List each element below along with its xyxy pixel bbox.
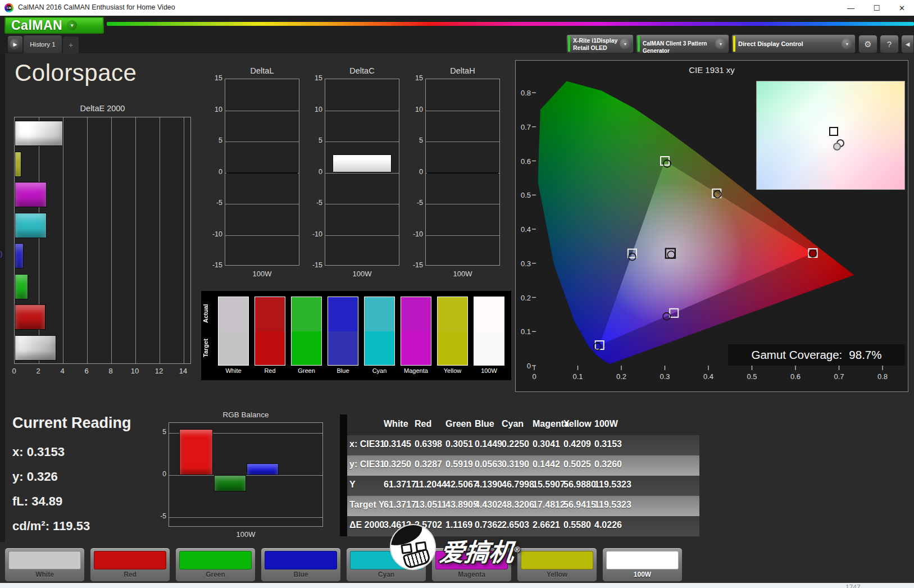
pattern-label: Magenta: [432, 571, 511, 578]
pattern-button-white[interactable]: White: [4, 548, 85, 582]
pattern-generator-dropdown[interactable]: CalMAN Client 3 Pattern Generator ▼: [636, 34, 729, 53]
rgb-bar-red: [179, 429, 213, 476]
deltae-x-axis: 02468101214: [14, 367, 191, 378]
axis-tick-label: -5: [152, 512, 166, 520]
actual-target-swatch-panel: Actual Target WhiteRedGreenBlueCyanMagen…: [201, 291, 511, 380]
deltae-bar-green: [15, 274, 28, 299]
pattern-buttons: WhiteRedGreenBlueCyanMagentaYellow100W: [0, 542, 697, 583]
display-status-bar: [733, 36, 735, 52]
page-bottom-strip: 1747: [0, 583, 914, 588]
chevron-down-icon: ▼: [67, 20, 77, 30]
gridline: [225, 204, 299, 204]
pattern-button-green[interactable]: Green: [175, 548, 256, 582]
deltae-bar-red: [15, 304, 46, 330]
collapse-panel-button[interactable]: ◀: [901, 35, 914, 53]
rgb-balance-plot-area: [169, 422, 323, 527]
table-cell: 15.5907: [533, 480, 565, 490]
maximize-button[interactable]: ☐: [864, 0, 889, 16]
pattern-label: 100W: [603, 571, 682, 578]
table-cell: 0.3260: [594, 459, 622, 470]
axis-tick-label: 0.3: [521, 259, 531, 268]
swatch-label: Yellow: [437, 367, 468, 374]
minimize-button[interactable]: —: [838, 0, 863, 16]
calman-logo-menu[interactable]: CalMAN ▼: [4, 17, 104, 34]
deltae-bar-blue: [15, 243, 24, 268]
deltah-plot-area: [425, 79, 500, 266]
table-cell: 0.3250: [384, 459, 411, 470]
add-tab-button[interactable]: +: [63, 37, 79, 53]
settings-button[interactable]: ⚙: [858, 35, 877, 53]
axis-tick-label: 5: [408, 136, 423, 144]
watermark-characters: 爱搞机: [438, 539, 515, 566]
display-control-label: Direct Display Control: [738, 40, 840, 48]
deltal-plot-area: [225, 79, 299, 266]
help-button[interactable]: ?: [880, 35, 899, 53]
axis-tick-label: 0.2: [521, 294, 531, 302]
pattern-label: Blue: [261, 571, 340, 578]
axis-tick-label: 0.8: [877, 372, 888, 381]
swatch-label: Blue: [328, 367, 358, 374]
axis-tick-label: 10: [208, 106, 222, 113]
swatch-column-magenta: Magenta: [401, 291, 431, 380]
axis-tick-label: 4: [57, 367, 68, 375]
swatch-actual: [291, 297, 322, 331]
axis-tick-label: 10: [408, 106, 423, 113]
pattern-label: Yellow: [517, 571, 597, 578]
title-bar: CM CalMAN 2016 CalMAN Enthusiast for Hom…: [0, 0, 914, 16]
table-row: x: CIE310.31450.63980.30510.14490.22500.…: [340, 435, 699, 455]
table-cell: 0.3287: [415, 459, 442, 470]
axis-tick-label: 0: [208, 168, 222, 176]
gridline: [325, 111, 399, 111]
swatch-column-white: White: [218, 291, 249, 380]
display-control-dropdown[interactable]: Direct Display Control ▼: [731, 34, 856, 53]
table-cell: 119.5323: [594, 500, 631, 510]
swatch-actual: [254, 297, 285, 331]
swatch-label: Green: [291, 367, 322, 374]
axis-tick-label: 8: [105, 367, 116, 375]
axis-tick-label: 0.7: [834, 372, 844, 381]
table-cell: 2.6503: [502, 520, 529, 530]
gridline: [135, 117, 136, 363]
gridline: [426, 204, 499, 204]
gear-icon: ⚙: [864, 39, 871, 49]
chart-title: CIE 1931 xy: [516, 65, 908, 75]
pattern-button-100w[interactable]: 100W: [602, 548, 683, 582]
axis-tick-label: 0: [8, 367, 20, 375]
gridline: [325, 235, 399, 236]
gridline: [426, 111, 499, 111]
column-header-green: Green: [445, 419, 471, 429]
close-button[interactable]: ✕: [889, 0, 914, 16]
pattern-button-red[interactable]: Red: [90, 548, 170, 582]
white-point-zoom-inset: [756, 81, 905, 190]
axis-tick-label: -15: [208, 261, 222, 269]
table-cell: 0.0563: [475, 459, 502, 470]
axis-tick-label: 0: [408, 168, 423, 176]
pattern-label: Green: [176, 571, 255, 578]
axis-tick-label: 6: [81, 367, 92, 375]
window-title: CalMAN 2016 CalMAN Enthusiast for Home V…: [18, 3, 175, 11]
meter-status-bar: [568, 36, 570, 52]
swatch-target: [474, 331, 504, 366]
delta-bar-100w: [333, 154, 392, 172]
axis-tick-label: 0.5: [521, 191, 531, 199]
reading-y: y: 0.326: [12, 470, 58, 484]
column-header-100w: 100W: [594, 419, 618, 429]
pattern-button-yellow[interactable]: Yellow: [517, 548, 597, 582]
deltac-chart: DeltaC 100W 151050-5-10-15: [308, 66, 403, 291]
pattern-swatch: [8, 551, 81, 569]
axis-tick-label: 10: [129, 367, 140, 375]
table-cell: 11.2044: [415, 480, 447, 490]
table-cell: 4.4302: [475, 500, 502, 510]
pattern-button-blue[interactable]: Blue: [261, 548, 341, 582]
table-cell: 4.1390: [475, 480, 502, 490]
table-row: y: CIE310.32500.32870.59190.05630.31900.…: [340, 455, 699, 476]
deltal-chart: DeltaL 100W 151050-5-10-15: [208, 66, 303, 291]
swatch-target: [291, 331, 322, 366]
meter-dropdown[interactable]: X-Rite i1Display Retail OLED ▼: [566, 34, 634, 53]
tab-history-1[interactable]: History 1: [24, 35, 62, 53]
tab-scroll-button[interactable]: ▶: [8, 36, 22, 53]
table-cell: 48.3206: [502, 500, 534, 510]
gridline: [225, 111, 299, 111]
table-cell: 1.1169: [445, 520, 472, 530]
table-cell: 0.3190: [502, 459, 529, 470]
